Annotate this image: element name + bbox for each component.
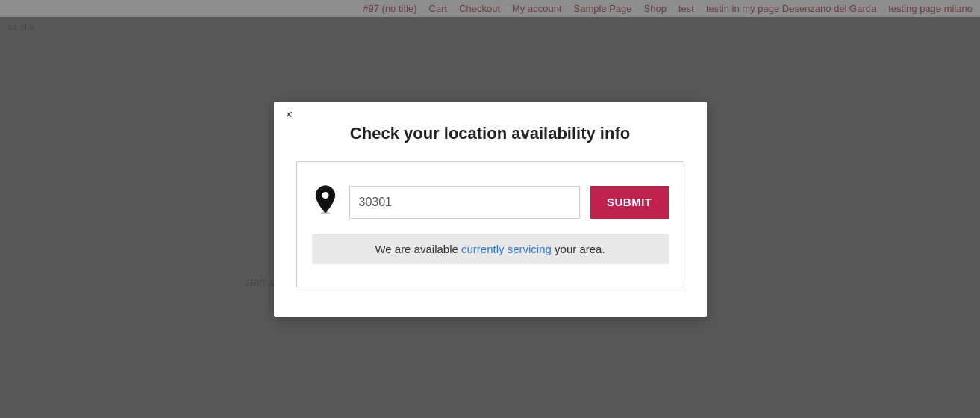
modal: × Check your location availability info … [274, 102, 707, 317]
modal-title: Check your location availability info [296, 124, 684, 143]
svg-point-1 [320, 211, 330, 214]
zip-input[interactable] [349, 186, 581, 219]
submit-button[interactable]: SUBMIT [590, 186, 669, 219]
modal-body: SUBMIT We are available currently servic… [296, 161, 684, 287]
availability-prefix: We are available [375, 243, 461, 255]
availability-highlight: currently servicing [461, 243, 552, 255]
location-icon [312, 184, 339, 220]
availability-message: We are available currently servicing you… [312, 234, 669, 264]
close-button[interactable]: × [286, 109, 293, 121]
input-row: SUBMIT [312, 184, 669, 220]
availability-suffix: your area. [552, 243, 605, 255]
modal-overlay: × Check your location availability info … [0, 0, 980, 418]
svg-point-0 [322, 192, 328, 199]
